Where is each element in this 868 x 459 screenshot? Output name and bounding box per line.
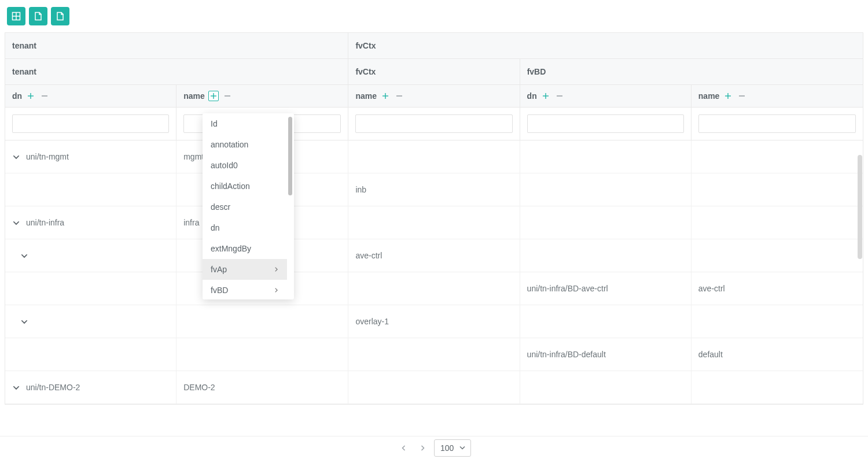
cell-text: default: [698, 350, 723, 359]
table-cell: [692, 140, 863, 173]
dropdown-scrollbar[interactable]: [288, 117, 292, 195]
pagination: 100: [0, 436, 868, 459]
chevron-down-icon: [12, 219, 20, 227]
table-row: uni/tn-infra/BD-defaultdefault: [5, 338, 863, 371]
dropdown-item[interactable]: descr: [203, 197, 287, 217]
chevron-right-icon: [273, 265, 279, 274]
column-label: name: [698, 91, 720, 101]
cell-text: ave-ctrl: [355, 251, 382, 260]
dropdown-item[interactable]: dn: [203, 217, 287, 238]
column-label: dn: [12, 91, 22, 101]
add-column-button[interactable]: [723, 91, 733, 101]
table-cell: [176, 338, 348, 371]
remove-column-button[interactable]: [394, 91, 404, 101]
expand-toggle[interactable]: [12, 153, 20, 161]
add-column-button[interactable]: [208, 91, 219, 101]
chevron-right-icon: [273, 286, 279, 295]
table-row: uni/tn-infra/BD-ave-ctrlave-ctrl: [5, 272, 863, 305]
column-label: name: [183, 91, 205, 101]
column-header[interactable]: name: [176, 85, 348, 107]
filter-input[interactable]: [698, 114, 856, 133]
dropdown-item[interactable]: annotation: [203, 134, 287, 155]
add-column-button[interactable]: [380, 91, 391, 101]
column-header[interactable]: name: [348, 85, 520, 107]
chevron-right-icon: [419, 445, 426, 451]
add-column-button[interactable]: [25, 91, 36, 101]
dropdown-item[interactable]: Id: [203, 113, 287, 134]
table-cell: [5, 305, 176, 338]
table-row: uni/tn-DEMO-2DEMO-2: [5, 371, 863, 404]
add-column-button[interactable]: [540, 91, 551, 101]
table-cell: [348, 371, 520, 404]
group-header-row-top: tenantfvCtx: [5, 33, 863, 59]
table-cell: [520, 140, 692, 173]
table-row: inb: [5, 173, 863, 206]
table-cell: [692, 371, 863, 404]
filter-input[interactable]: [12, 114, 169, 133]
filter-input[interactable]: [355, 114, 512, 133]
dropdown-item[interactable]: fvAp: [203, 259, 287, 280]
minus-icon: [556, 92, 563, 99]
cell-text: infra: [183, 218, 199, 227]
dropdown-item[interactable]: fvBD: [203, 280, 287, 299]
expand-toggle[interactable]: [20, 251, 28, 260]
export-button-2[interactable]: [51, 7, 69, 25]
expand-toggle[interactable]: [12, 219, 20, 227]
table-cell: [348, 206, 520, 239]
plus-icon: [382, 92, 389, 99]
remove-column-button[interactable]: [39, 91, 50, 101]
cell-text: overlay-1: [355, 317, 389, 326]
cell-text: inb: [355, 185, 366, 194]
group-header: fvCtx: [348, 33, 863, 58]
chevron-down-icon: [12, 383, 20, 391]
dropdown-item-label: autoId0: [211, 161, 238, 170]
next-page-button[interactable]: [415, 441, 429, 455]
table-row: ave-ctrl: [5, 239, 863, 272]
table-cell: [5, 338, 176, 371]
table-cell: [5, 239, 176, 272]
group-header: fvBD: [520, 59, 863, 84]
export-button-1[interactable]: [29, 7, 47, 25]
remove-column-button[interactable]: [554, 91, 565, 101]
cell-text: uni/tn-DEMO-2: [26, 383, 80, 392]
toolbar: [0, 0, 868, 32]
page-size-select[interactable]: 100: [434, 439, 471, 457]
filter-input[interactable]: [527, 114, 684, 133]
cell-text: ave-ctrl: [698, 284, 725, 293]
column-header[interactable]: name: [692, 85, 863, 107]
plus-icon: [724, 92, 731, 99]
file-export-icon: [34, 12, 43, 21]
filter-cell: [520, 108, 692, 140]
dropdown-item[interactable]: childAction: [203, 176, 287, 197]
table-row: uni/tn-infrainfra: [5, 206, 863, 239]
table-cell: uni/tn-DEMO-2: [5, 371, 176, 404]
expand-toggle[interactable]: [20, 317, 28, 325]
group-header-row: tenantfvCtxfvBD: [5, 59, 863, 85]
cell-text: uni/tn-infra: [26, 218, 64, 227]
chevron-left-icon: [400, 445, 407, 451]
table-row: overlay-1: [5, 305, 863, 338]
prev-page-button[interactable]: [397, 441, 411, 455]
table-cell: uni/tn-infra/BD-ave-ctrl: [520, 272, 692, 305]
table-cell: [5, 173, 176, 206]
column-header[interactable]: dn: [5, 85, 176, 107]
view-grid-button[interactable]: [7, 7, 25, 25]
remove-column-button[interactable]: [222, 91, 233, 101]
table-cell: uni/tn-infra: [5, 206, 176, 239]
table-cell: ave-ctrl: [348, 239, 520, 272]
table-cell: [692, 239, 863, 272]
minus-icon: [738, 92, 745, 99]
table-scrollbar[interactable]: [858, 155, 862, 259]
dropdown-item-label: annotation: [211, 140, 248, 149]
plus-icon: [27, 92, 34, 99]
remove-column-button[interactable]: [737, 91, 747, 101]
table-cell: [348, 272, 520, 305]
dropdown-item[interactable]: autoId0: [203, 155, 287, 176]
column-header[interactable]: dn: [520, 85, 692, 107]
expand-toggle[interactable]: [12, 383, 20, 391]
cell-text: mgmt: [183, 152, 204, 161]
dropdown-item-label: Id: [211, 119, 218, 128]
dropdown-item[interactable]: extMngdBy: [203, 238, 287, 259]
attribute-dropdown[interactable]: IdannotationautoId0childActiondescrdnext…: [203, 113, 294, 299]
data-table: tenantfvCtx tenantfvCtxfvBD dnnamenamedn…: [5, 32, 863, 405]
